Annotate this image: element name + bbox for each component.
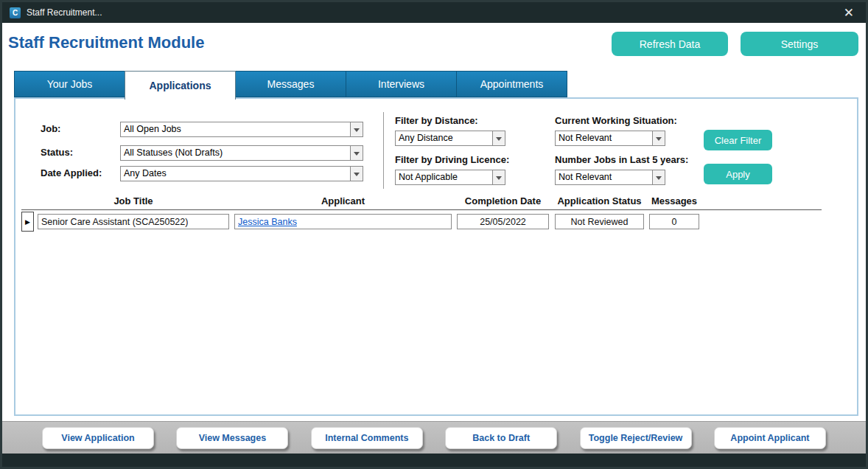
job-filter-label: Job:	[41, 123, 60, 134]
column-header-applicant: Applicant	[234, 195, 452, 206]
chevron-down-icon[interactable]	[350, 122, 363, 136]
record-selector[interactable]: ▶	[21, 212, 34, 232]
working-situation-filter-value: Not Relevant	[556, 131, 652, 145]
job-title-value: Senior Care Assistant (SCA250522)	[38, 217, 188, 227]
internal-comments-button[interactable]: Internal Comments	[311, 427, 423, 449]
chevron-down-icon[interactable]	[492, 170, 505, 184]
distance-filter-dropdown[interactable]: Any Distance	[395, 131, 505, 146]
status-filter-label: Status:	[41, 147, 73, 158]
column-header-messages: Messages	[649, 195, 699, 206]
application-status-cell[interactable]: Not Reviewed	[555, 214, 644, 229]
chevron-down-icon[interactable]	[350, 146, 363, 160]
jobs-last-5-years-filter-dropdown[interactable]: Not Relevant	[555, 170, 665, 185]
date-applied-filter-value: Any Dates	[121, 167, 350, 181]
date-applied-filter-label: Date Applied:	[41, 167, 102, 178]
job-filter-dropdown[interactable]: All Open Jobs	[120, 122, 363, 137]
chevron-down-icon[interactable]	[492, 131, 505, 145]
chevron-down-icon[interactable]	[652, 131, 665, 145]
jobs-last-5-years-filter-label: Number Jobs in Last 5 years:	[555, 154, 688, 165]
jobs-last-5-years-filter-value: Not Relevant	[556, 170, 652, 184]
settings-button[interactable]: Settings	[741, 32, 858, 56]
bottom-toolbar: View Application View Messages Internal …	[2, 421, 866, 454]
distance-filter-value: Any Distance	[396, 131, 492, 145]
header: Staff Recruitment Module Refresh Data Se…	[2, 23, 866, 67]
working-situation-filter-dropdown[interactable]: Not Relevant	[555, 131, 665, 146]
status-filter-value: All Statuses (Not Drafts)	[121, 146, 350, 160]
refresh-data-button[interactable]: Refresh Data	[612, 32, 728, 56]
tab-appointments[interactable]: Appointments	[456, 71, 567, 97]
column-header-job-title: Job Title	[38, 195, 229, 206]
column-header-application-status: Application Status	[555, 195, 644, 206]
chevron-down-icon[interactable]	[350, 167, 363, 181]
tab-your-jobs[interactable]: Your Jobs	[14, 71, 125, 97]
header-rule	[21, 209, 822, 210]
filter-divider	[383, 112, 384, 189]
driving-licence-filter-value: Not Applicable	[396, 170, 492, 184]
messages-cell[interactable]: 0	[649, 214, 699, 229]
applications-panel: Job: All Open Jobs Status: All Statuses …	[14, 97, 858, 416]
job-filter-value: All Open Jobs	[121, 122, 350, 136]
driving-licence-filter-label: Filter by Driving Licence:	[395, 154, 509, 165]
job-title-cell[interactable]: Senior Care Assistant (SCA250522)	[38, 214, 229, 229]
appoint-applicant-button[interactable]: Appoint Applicant	[714, 427, 826, 449]
date-applied-filter-dropdown[interactable]: Any Dates	[120, 166, 363, 181]
working-situation-filter-label: Current Working Situation:	[555, 115, 677, 126]
page-title: Staff Recruitment Module	[8, 33, 204, 52]
title-bar: C Staff Recruitment... ✕	[2, 2, 866, 23]
applicant-link[interactable]: Jessica Banks	[235, 217, 297, 227]
clear-filter-button[interactable]: Clear Filter	[704, 130, 772, 150]
window-title: Staff Recruitment...	[27, 7, 839, 18]
view-messages-button[interactable]: View Messages	[176, 427, 288, 449]
toggle-reject-review-button[interactable]: Toggle Reject/Review	[580, 427, 692, 449]
column-header-completion-date: Completion Date	[457, 195, 549, 206]
view-application-button[interactable]: View Application	[42, 427, 154, 449]
close-icon[interactable]: ✕	[839, 5, 858, 21]
distance-filter-label: Filter by Distance:	[395, 115, 478, 126]
tab-messages[interactable]: Messages	[235, 71, 346, 97]
app-window: C Staff Recruitment... ✕ Staff Recruitme…	[0, 0, 868, 469]
status-filter-dropdown[interactable]: All Statuses (Not Drafts)	[120, 145, 363, 161]
tab-interviews[interactable]: Interviews	[346, 71, 457, 97]
tab-applications[interactable]: Applications	[125, 71, 236, 100]
footer-bar	[2, 454, 866, 467]
back-to-draft-button[interactable]: Back to Draft	[445, 427, 557, 449]
chevron-down-icon[interactable]	[652, 170, 665, 184]
completion-date-cell[interactable]: 25/05/2022	[457, 214, 549, 229]
applicant-cell[interactable]: Jessica Banks	[234, 214, 452, 229]
tab-strip: Your Jobs Applications Messages Intervie…	[14, 71, 567, 98]
app-icon: C	[10, 7, 21, 18]
apply-button[interactable]: Apply	[704, 164, 772, 184]
driving-licence-filter-dropdown[interactable]: Not Applicable	[395, 170, 505, 185]
